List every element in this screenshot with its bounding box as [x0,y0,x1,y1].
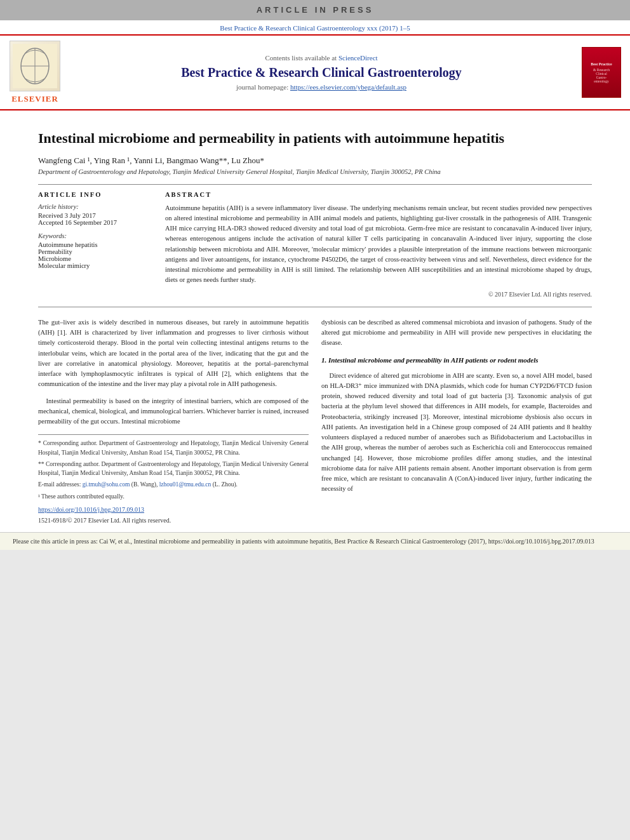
journal-header: ELSEVIER Contents lists available at Sci… [0,36,630,110]
content-area: Intestinal microbiome and permeability i… [0,110,630,526]
section-divider [38,307,592,307]
body-left-col: The gut–liver axis is widely described i… [38,317,309,526]
elsevier-logo-area: ELSEVIER [6,41,64,104]
keywords-label: Keywords: [38,232,152,239]
elsevier-brand: ELSEVIER [11,94,58,104]
section1-para1: Direct evidence of altered gut microbiom… [321,371,592,495]
sciencedirect-link[interactable]: ScienceDirect [338,54,378,62]
keyword-1: Autoimmune hepatitis [38,241,152,248]
keyword-4: Molecular mimicry [38,262,152,269]
keyword-3: Microbiome [38,255,152,262]
journal-header-center: Contents lists available at ScienceDirec… [70,41,573,104]
footnote-corresponding1: * Corresponding author. Department of Ga… [38,439,309,457]
article-history-section: Article history: Received 3 July 2017 Ac… [38,203,152,226]
info-abstract-section: ARTICLE INFO Article history: Received 3… [38,184,592,298]
footnote-email: E-mail addresses: gi.tmuh@sohu.com (B. W… [38,480,309,489]
abstract-col: ABSTRACT Autoimmune hepatitis (AIH) is a… [165,191,592,298]
history-label: Article history: [38,203,152,210]
homepage-label: journal homepage: [236,83,288,91]
homepage-url[interactable]: https://ees.elsevier.com/ybega/default.a… [290,83,406,91]
sciencedirect-line: Contents lists available at ScienceDirec… [265,54,377,62]
journal-ref-text: Best Practice & Research Clinical Gastro… [220,24,410,32]
right-logo-box: Best Practice & Research Clinical Gastro… [582,47,621,98]
section1-heading: 1. Intestinal microbiome and permeabilit… [321,355,592,366]
keywords-section: Keywords: Autoimmune hepatitis Permeabil… [38,232,152,269]
body-para-1-text: The gut–liver axis is widely described i… [38,319,309,388]
bottom-notice: Please cite this article in press as: Ca… [0,532,630,550]
body-right-col: dysbiosis can be described as altered co… [321,317,592,526]
right-logo-area: Best Practice & Research Clinical Gastro… [579,41,624,104]
sciencedirect-label: Contents lists available at [265,54,337,62]
copyright: © 2017 Elsevier Ltd. All rights reserved… [165,291,592,298]
body-right-para1: dysbiosis can be described as altered co… [321,317,592,349]
footnote-1: ¹ These authors contributed equally. [38,492,309,501]
email-label: E-mail addresses: [38,481,81,488]
body-para-2: Intestinal permeability is based on the … [38,396,309,427]
journal-title: Best Practice & Research Clinical Gastro… [181,64,462,81]
bottom-notice-text: Please cite this article in press as: Ca… [13,538,594,545]
received-date: Received 3 July 2017 [38,212,152,219]
section1-para1-text: Direct evidence of altered gut microbiom… [321,372,592,493]
keyword-2: Permeability [38,248,152,255]
abstract-text: Autoimmune hepatitis (AIH) is a severe i… [165,203,592,286]
email1-link[interactable]: gi.tmuh@sohu.com [83,481,130,488]
elsevier-logo-box [10,41,60,91]
article-info-col: ARTICLE INFO Article history: Received 3… [38,191,152,298]
journal-homepage: journal homepage: https://ees.elsevier.c… [236,83,406,91]
body-section: The gut–liver axis is widely described i… [38,317,592,526]
journal-ref-line: Best Practice & Research Clinical Gastro… [0,20,630,36]
footnote-corresponding2: ** Corresponding author. Department of G… [38,460,309,478]
banner-text: ARTICLE IN PRESS [257,5,374,15]
accepted-date: Accepted 16 September 2017 [38,219,152,226]
doi-line: https://doi.org/10.1016/j.bpg.2017.09.01… [38,505,309,515]
footnote-area: * Corresponding author. Department of Ga… [38,434,309,501]
article-in-press-banner: ARTICLE IN PRESS [0,0,630,20]
article-title: Intestinal microbiome and permeability i… [38,130,592,148]
body-para-2-text: Intestinal permeability is based on the … [38,397,309,425]
email2-link[interactable]: lzhou01@tmu.edu.cn [159,481,211,488]
abstract-heading: ABSTRACT [165,191,592,198]
doi-url[interactable]: https://doi.org/10.1016/j.bpg.2017.09.01… [38,506,144,513]
authors-line: Wangfeng Cai ¹, Ying Ran ¹, Yanni Li, Ba… [38,156,592,166]
issn-line: 1521-6918/© 2017 Elsevier Ltd. All right… [38,516,309,526]
keywords-list: Autoimmune hepatitis Permeability Microb… [38,241,152,269]
body-para-1: The gut–liver axis is widely described i… [38,317,309,390]
authors-text: Wangfeng Cai ¹, Ying Ran ¹, Yanni Li, Ba… [38,156,264,165]
article-info-heading: ARTICLE INFO [38,191,152,198]
page: ARTICLE IN PRESS Best Practice & Researc… [0,0,630,550]
body-right-para1-text: dysbiosis can be described as altered co… [321,319,592,347]
affiliation: Department of Gastroenterology and Hepat… [38,168,592,175]
